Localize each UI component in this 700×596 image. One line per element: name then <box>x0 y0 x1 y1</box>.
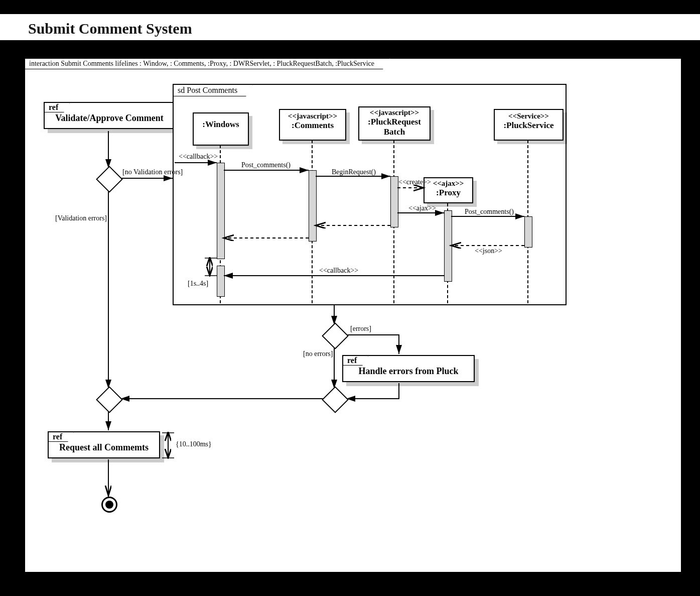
guard-errors: [errors] <box>350 325 371 333</box>
guard-no-errors: [no errors] <box>303 350 333 358</box>
flow-final-node <box>101 497 117 513</box>
outer-arrows <box>25 59 681 572</box>
outer-interaction-frame: interaction Submit Comments lifelines : … <box>24 58 682 573</box>
diagram-title: Submit Comment System <box>28 20 192 37</box>
ref-handle-errors: ref Handle errors from Pluck <box>342 355 475 382</box>
guard-no-validation: [no Validation errors] <box>122 168 183 176</box>
canvas: Submit Comment System interaction Submit… <box>0 0 700 596</box>
guard-validation: [Validation errors] <box>55 214 107 222</box>
duration-10-100ms: {10..100ms} <box>176 440 212 448</box>
ref-request-all-comments: ref Request all Commemts <box>48 431 160 458</box>
